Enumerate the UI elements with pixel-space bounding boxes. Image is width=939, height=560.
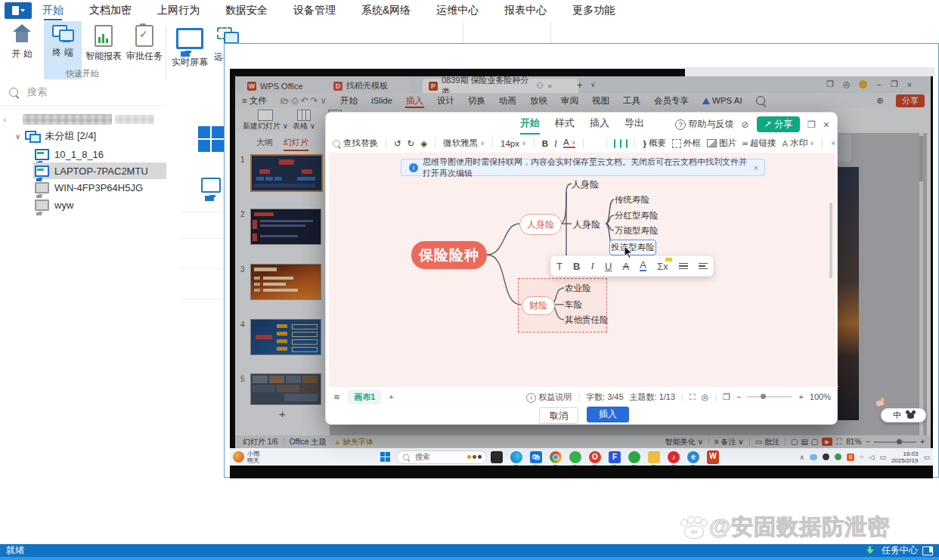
zoom-slider[interactable] xyxy=(747,396,792,398)
tray-volume-icon[interactable]: ◁ xyxy=(869,453,874,461)
redo-button[interactable]: ↻ xyxy=(408,138,415,149)
menu-item-ops-center[interactable]: 运维中心 xyxy=(436,0,479,21)
mindmap-node-auto[interactable]: 车险 xyxy=(565,299,582,311)
terminal-item[interactable]: 10_1_8_16 xyxy=(35,146,104,162)
tray-green-icon[interactable] xyxy=(835,453,841,460)
taskbar-app-music[interactable]: ♪ xyxy=(668,451,680,463)
dialog-tab-insert[interactable]: 插入 xyxy=(590,116,609,130)
tray-clock[interactable]: 16:032025/2/19 xyxy=(891,450,919,464)
font-color-button[interactable]: A∨ xyxy=(563,138,576,148)
sidepane-icon[interactable]: ❐ xyxy=(807,119,816,130)
mindmap-node-traditional-life[interactable]: 传统寿险 xyxy=(615,194,649,206)
rights-link[interactable]: i 权益说明 xyxy=(526,391,572,403)
terminal-item[interactable]: wyw xyxy=(35,196,73,213)
image-button[interactable]: 图片 xyxy=(707,138,736,149)
font-color-button[interactable]: A xyxy=(640,261,646,271)
taskbar-app-photos[interactable] xyxy=(491,451,503,463)
bold-button[interactable]: B xyxy=(542,139,548,148)
taskbar-app-chrome[interactable] xyxy=(550,451,562,463)
format-painter-button[interactable]: ◈ xyxy=(420,138,427,149)
menu-item-web-behavior[interactable]: 上网行为 xyxy=(157,0,200,21)
taskbar-search[interactable]: 搜索 xyxy=(396,450,487,464)
fit-screen-icon[interactable]: ⛶ xyxy=(690,392,696,402)
taskbar-app-f[interactable]: F xyxy=(609,451,621,463)
mindmap-node-universal-life[interactable]: 万能型寿险 xyxy=(615,225,659,237)
taskbar-app-ie[interactable]: e xyxy=(687,451,699,463)
insert-sibling-node-icon[interactable] xyxy=(614,139,615,148)
weather-widget[interactable]: 小雨明天 xyxy=(233,450,259,464)
terminal-item-selected[interactable]: LAPTOP-7PAC2MTU xyxy=(33,162,166,179)
menu-item-report-center[interactable]: 报表中心 xyxy=(504,0,547,21)
mindmap-branch-property[interactable]: 财险 xyxy=(522,296,555,315)
taskbar-app-green[interactable] xyxy=(628,451,640,463)
text-button[interactable]: T xyxy=(556,261,562,272)
zoom-in-button[interactable]: + xyxy=(798,392,803,401)
insert-parent-node-icon[interactable] xyxy=(626,139,628,148)
dialog-tab-export[interactable]: 导出 xyxy=(624,116,644,130)
bullet-list-button[interactable] xyxy=(679,263,688,270)
menu-item-data-security[interactable]: 数据安全 xyxy=(225,0,268,21)
tray-sogou-icon[interactable]: S xyxy=(847,453,854,461)
numbered-list-button[interactable] xyxy=(699,263,708,270)
taskbar-app-wps-active[interactable]: W xyxy=(707,450,719,464)
hyperlink-button[interactable]: ∞超链接 xyxy=(742,138,776,149)
taskbar-file-explorer[interactable] xyxy=(648,451,660,463)
dialog-tab-start[interactable]: 开始 xyxy=(520,116,540,130)
dialog-share-button[interactable]: ↗ 分享 xyxy=(757,116,800,132)
menu-item-sys-network[interactable]: 系统&网络 xyxy=(361,0,411,21)
tray-network-icon[interactable]: ⌔ xyxy=(860,453,863,461)
mindmap-node-other-liability[interactable]: 其他责任险 xyxy=(565,314,609,326)
add-canvas-button[interactable]: + xyxy=(389,392,393,401)
search-bar[interactable]: 搜索 xyxy=(0,79,166,106)
mindmap-node-personal-child[interactable]: 人身险 xyxy=(573,218,600,231)
mindmap-node-dividend-life[interactable]: 分红型寿险 xyxy=(615,210,659,221)
canvas-scrollbar[interactable] xyxy=(829,203,832,278)
ime-skin-icon[interactable] xyxy=(907,413,914,419)
find-replace-button[interactable]: 查找替换 xyxy=(332,138,378,149)
insert-button[interactable]: 插入 xyxy=(587,407,629,422)
menu-item-device-mgmt[interactable]: 设备管理 xyxy=(293,0,336,21)
font-size-select[interactable]: 14px∨ xyxy=(500,139,526,148)
tray-qq-icon[interactable] xyxy=(823,453,829,460)
tray-cloud-icon[interactable] xyxy=(810,454,817,460)
no-disturb-icon[interactable]: ⊘ xyxy=(742,119,749,130)
minimap-icon[interactable]: ❐ xyxy=(723,392,730,402)
menu-item-home[interactable]: 开始 xyxy=(42,0,64,21)
taskbar-app-store[interactable]: 🛍 xyxy=(530,451,542,463)
italic-button[interactable]: I xyxy=(591,260,594,272)
notice-close-icon[interactable]: × xyxy=(754,163,758,172)
mindmap-canvas[interactable]: 保险险种 人身险 人身险 人身险 传统寿险 分红型寿险 万能型寿险 投连型寿险 … xyxy=(329,153,835,386)
dialog-close-button[interactable]: × xyxy=(823,119,829,131)
bold-button[interactable]: B xyxy=(573,261,580,272)
mindmap-node-agriculture[interactable]: 农业险 xyxy=(565,283,591,294)
mindmap-root-node[interactable]: 保险险种 xyxy=(411,241,487,269)
strikethrough-button[interactable]: A xyxy=(623,261,630,272)
frame-button[interactable]: 外框 xyxy=(672,138,701,149)
canvas-list-icon[interactable]: ≋ xyxy=(333,392,340,402)
locate-icon[interactable]: ◎ xyxy=(702,392,709,402)
taskbar-app-edge[interactable] xyxy=(510,451,522,463)
taskbar-app-opera[interactable]: O xyxy=(589,451,601,463)
tray-battery-icon[interactable]: ▭ xyxy=(879,453,886,461)
italic-button[interactable]: I xyxy=(554,139,557,148)
tray-expand-icon[interactable]: ∧ xyxy=(800,453,805,461)
tree-root-redacted[interactable]: › xyxy=(3,111,154,128)
terminal-item[interactable]: WIN-4FP3P64H5JG xyxy=(35,179,143,196)
undo-button[interactable]: ↺ xyxy=(394,138,401,149)
start-button[interactable] xyxy=(380,452,390,462)
mindmap-branch-personal[interactable]: 人身险 xyxy=(519,214,562,235)
panel-icon[interactable] xyxy=(922,546,933,555)
insert-child-node-icon[interactable] xyxy=(620,139,621,148)
tree-group-ungrouped[interactable]: ∨ 未分组 [2/4] xyxy=(15,128,96,144)
menu-item-more[interactable]: 更多功能 xyxy=(572,0,615,21)
app-logo-button[interactable] xyxy=(5,2,32,19)
underline-button[interactable]: U xyxy=(605,261,612,272)
ime-mode-label[interactable]: 中 xyxy=(893,410,901,421)
formula-button[interactable]: Σx xyxy=(657,261,668,272)
canvas-tab[interactable]: 画布1 xyxy=(348,390,381,404)
cancel-button[interactable]: 取消 xyxy=(539,407,578,424)
zoom-out-button[interactable]: − xyxy=(736,392,741,401)
summary-button[interactable]: }概要 xyxy=(643,138,665,149)
mindmap-node-personal-top[interactable]: 人身险 xyxy=(572,178,599,191)
more-tools-icon[interactable]: ⚡ xyxy=(830,138,835,149)
